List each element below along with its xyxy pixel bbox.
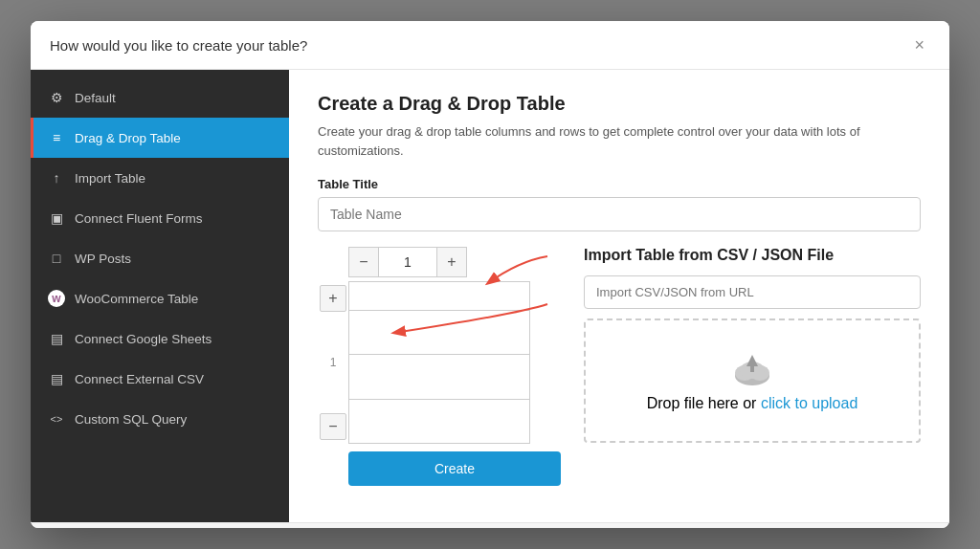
gear-icon: ⚙: [48, 89, 65, 106]
col-decrement-button[interactable]: −: [348, 247, 379, 277]
svg-rect-5: [750, 362, 754, 372]
row-controls: + 1 −: [318, 281, 348, 444]
row-decrement-button[interactable]: −: [320, 413, 346, 440]
table-title-label: Table Title: [318, 177, 921, 191]
sidebar-item-woocommerce[interactable]: w WooCommerce Table: [31, 278, 289, 318]
csv-icon: ▤: [48, 370, 65, 387]
modal-header: How would you like to create your table?…: [31, 21, 949, 70]
sidebar-item-label: Connect Fluent Forms: [75, 211, 203, 226]
woo-icon: w: [48, 290, 65, 307]
create-button[interactable]: Create: [348, 451, 561, 486]
bottom-area: − 1 + + 1 −: [318, 247, 921, 486]
close-button[interactable]: ×: [908, 34, 930, 55]
form-icon: ▣: [48, 209, 65, 227]
modal-footer: [31, 522, 949, 528]
grid-cell: [349, 311, 529, 354]
col-increment-button[interactable]: +: [436, 247, 467, 277]
sheets-icon: ▤: [48, 330, 65, 347]
sidebar-item-drag-drop[interactable]: ≡ Drag & Drop Table: [31, 118, 289, 158]
grid-body: [349, 311, 529, 443]
grid-row: [349, 400, 529, 443]
grid-row: [349, 311, 529, 355]
import-section: Import Table from CSV / JSON File: [584, 247, 921, 486]
grid-area: + 1 −: [318, 281, 561, 444]
table-builder-area: − 1 + + 1 −: [318, 247, 561, 486]
table-name-input[interactable]: [318, 197, 921, 231]
drop-text: Drop file here or click to upload: [647, 395, 858, 412]
sidebar-item-label: WP Posts: [75, 252, 131, 266]
sidebar-item-label: Connect External CSV: [75, 372, 204, 386]
row-value: 1: [330, 356, 337, 369]
row-increment-button[interactable]: +: [320, 285, 346, 312]
upload-icon: ↑: [48, 169, 65, 187]
drop-zone[interactable]: Drop file here or click to upload: [584, 318, 921, 443]
drop-label: Drop file here or: [647, 395, 757, 411]
modal: How would you like to create your table?…: [31, 21, 949, 528]
sidebar-item-wp-posts[interactable]: □ WP Posts: [31, 238, 289, 278]
import-url-input[interactable]: [584, 275, 921, 309]
sidebar-item-default[interactable]: ⚙ Default: [31, 77, 289, 118]
modal-title: How would you like to create your table?: [50, 37, 307, 54]
sidebar-item-label: Custom SQL Query: [75, 412, 187, 427]
sidebar-item-external-csv[interactable]: ▤ Connect External CSV: [31, 359, 289, 399]
sidebar-item-custom-sql[interactable]: <> Custom SQL Query: [31, 399, 289, 439]
col-value: 1: [379, 247, 436, 277]
sidebar-item-label: Import Table: [75, 171, 145, 186]
grid-header-cell: [349, 282, 529, 310]
grid-row: [349, 355, 529, 399]
sidebar-item-google-sheets[interactable]: ▤ Connect Google Sheets: [31, 318, 289, 359]
sql-icon: <>: [48, 410, 65, 428]
import-title: Import Table from CSV / JSON File: [584, 247, 921, 264]
sidebar-item-label: Connect Google Sheets: [75, 332, 212, 346]
sidebar: ⚙ Default ≡ Drag & Drop Table ↑ Import T…: [31, 70, 289, 522]
main-description: Create your drag & drop table columns an…: [318, 122, 921, 160]
sidebar-item-label: Default: [75, 91, 116, 105]
column-controls: − 1 +: [348, 247, 561, 277]
cloud-upload-icon: [728, 349, 776, 387]
main-content: Create a Drag & Drop Table Create your d…: [289, 70, 949, 522]
sidebar-item-label: WooCommerce Table: [75, 292, 198, 306]
sidebar-item-label: Drag & Drop Table: [75, 131, 181, 145]
grid-cell: [349, 355, 529, 398]
grid-header-row: [349, 282, 529, 311]
upload-link[interactable]: click to upload: [761, 395, 858, 411]
modal-body: ⚙ Default ≡ Drag & Drop Table ↑ Import T…: [31, 70, 949, 522]
sidebar-item-import[interactable]: ↑ Import Table: [31, 158, 289, 198]
table-icon: ≡: [48, 129, 65, 146]
sidebar-item-fluent-forms[interactable]: ▣ Connect Fluent Forms: [31, 198, 289, 238]
grid-cell: [349, 400, 529, 443]
grid-preview: [348, 281, 530, 444]
posts-icon: □: [48, 250, 65, 267]
main-title: Create a Drag & Drop Table: [318, 93, 921, 115]
